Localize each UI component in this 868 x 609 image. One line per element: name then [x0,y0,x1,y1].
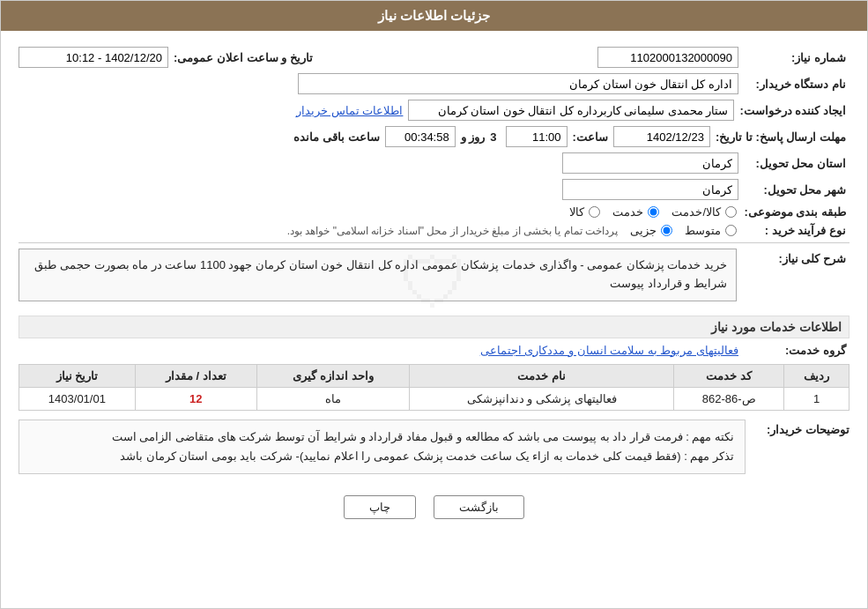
services-table: ردیف کد خدمت نام خدمت واحد اندازه گیری ت… [19,364,849,411]
cell-date: 1403/01/01 [19,387,136,410]
response-time-input[interactable] [506,126,568,147]
need-number-label: شماره نیاز: [744,51,849,64]
notes-box: نکته مهم : فرمت قرار داد به پیوست می باش… [19,420,746,474]
delivery-city-label: شهر محل تحویل: [744,183,849,197]
buttons-row: بازگشت چاپ [19,495,849,519]
notes-label: توضیحات خریدار: [753,420,849,436]
cell-quantity: 12 [135,387,256,410]
col-row-num: ردیف [784,364,849,387]
requester-label: ایجاد کننده درخواست: [739,104,849,117]
col-date: تاریخ نیاز [19,364,136,387]
notes-line2: تذکر مهم : (فقط قیمت کلی خدمات به ازاء ی… [30,447,734,466]
category-khedmat-option[interactable]: خدمت [612,205,661,219]
contact-link[interactable]: اطلاعات تماس خریدار [296,104,403,117]
service-group-value[interactable]: فعالیتهای مربوط به سلامت انسان و مددکاری… [480,344,738,357]
service-info-title: اطلاعات خدمات مورد نیاز [19,316,849,338]
col-service-code: کد خدمت [674,364,784,387]
need-description-label: شرح کلی نیاز: [744,249,849,265]
requester-input[interactable] [408,100,734,121]
notes-line1: نکته مهم : فرمت قرار داد به پیوست می باش… [30,427,734,447]
buyer-org-input[interactable] [298,73,738,94]
delivery-province-input[interactable] [562,152,738,174]
cell-row-num: 1 [784,387,849,410]
remaining-label: ساعت باقی مانده [293,130,379,144]
delivery-city-input[interactable] [562,179,738,200]
process-motavaset-option[interactable]: متوسط [685,224,738,237]
announcement-date-label: تاریخ و ساعت اعلان عمومی: [174,51,316,64]
process-radio-group: متوسط جزیی [630,224,738,237]
category-kala-khedmat-option[interactable]: کالا/خدمت [671,205,738,219]
table-row: 1 ص-86-862 فعالیتهای پزشکی و دندانپزشکی … [19,387,849,410]
page-header: جزئیات اطلاعات نیاز [1,1,867,31]
category-kala-option[interactable]: کالا [569,205,602,219]
response-time-label: ساعت: [573,130,608,144]
divider1 [19,242,849,243]
back-button[interactable]: بازگشت [434,495,524,519]
page-title: جزئیات اطلاعات نیاز [378,8,490,23]
need-number-input[interactable] [597,47,738,68]
response-date-input[interactable] [613,126,710,147]
col-quantity: تعداد / مقدار [135,364,256,387]
process-jozvi-option[interactable]: جزیی [630,224,674,237]
announcement-date-input[interactable] [19,47,168,68]
col-service-name: نام خدمت [410,364,674,387]
cell-service-code: ص-86-862 [674,387,784,410]
cell-unit: ماه [256,387,410,410]
category-radio-group: کالا/خدمت خدمت کالا [569,205,738,219]
print-button[interactable]: چاپ [344,495,416,519]
category-label: طبقه بندی موضوعی: [744,205,849,219]
delivery-province-label: استان محل تحویل: [744,157,849,170]
buyer-org-label: نام دستگاه خریدار: [744,78,849,91]
days-label: روز و [461,130,486,144]
service-group-label: گروه خدمت: [744,344,849,357]
need-description-text: خرید خدمات پزشکان عمومی - واگذاری خدمات … [34,258,727,290]
process-note: پرداخت تمام یا بخشی از مبلغ خریدار از مح… [287,225,618,237]
process-label: نوع فرآیند خرید : [744,224,849,237]
remaining-input[interactable] [385,126,456,147]
days-value: 3 [490,130,496,144]
cell-service-name: فعالیتهای پزشکی و دندانپزشکی [410,387,674,410]
need-description-box: خرید خدمات پزشکان عمومی - واگذاری خدمات … [19,249,737,301]
col-unit: واحد اندازه گیری [256,364,410,387]
response-deadline-label: مهلت ارسال پاسخ: تا تاریخ: [716,130,849,144]
